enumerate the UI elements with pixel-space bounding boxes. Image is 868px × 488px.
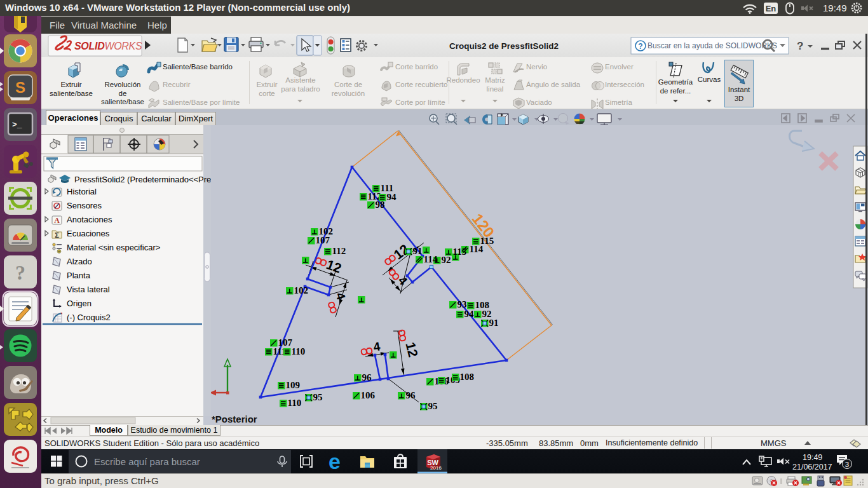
svg-text:2016: 2016 — [430, 465, 442, 471]
svg-text:21/06/2017: 21/06/2017 — [792, 463, 832, 471]
svg-text:Escribe aquí para buscar: Escribe aquí para buscar — [94, 456, 200, 467]
svg-text:e: e — [329, 449, 341, 473]
svg-text:19:49: 19:49 — [803, 453, 822, 462]
svg-text:3: 3 — [845, 461, 849, 468]
